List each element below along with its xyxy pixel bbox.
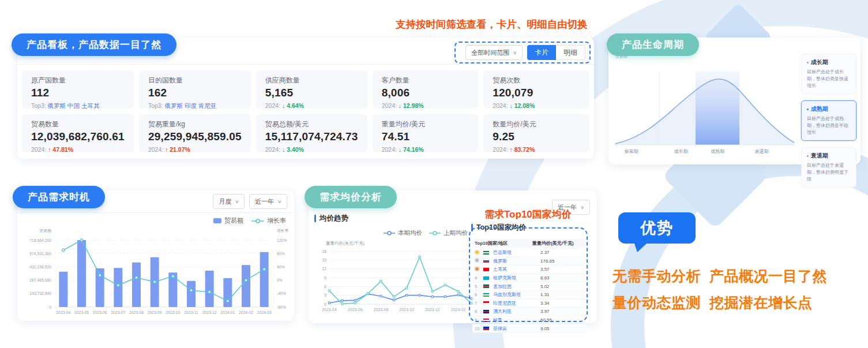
svg-text:2023-08: 2023-08 <box>129 310 144 315</box>
view-switch: 卡片 明细 <box>527 45 585 60</box>
lifecycle-stage-cards: 成长期 目标产品处于成长期，整体趋势呈快速增长成熟期 目标产品处于成熟期，整体趋… <box>801 54 856 188</box>
country-link[interactable]: 菲律宾 <box>493 325 532 332</box>
svg-text:增长率: 增长率 <box>276 229 289 233</box>
lifecycle-card-成长期[interactable]: 成长期 目标产品处于成长期，整体趋势呈快速增长 <box>801 54 856 94</box>
stat-value: 29,259,945,859.05 <box>148 130 242 143</box>
svg-text:718,664,200: 718,664,200 <box>29 238 51 242</box>
down-arrow-icon: ↓ 3.40% <box>282 146 304 153</box>
advantage-tag: 优势 <box>618 212 696 244</box>
top3-links[interactable]: 俄罗斯 中国 土耳其 <box>48 102 100 109</box>
stage-name: 成长期 <box>807 58 851 66</box>
country-link[interactable]: 印度尼西亚 <box>493 300 532 306</box>
top10-table-body: 巴基斯坦2.37俄罗斯176.65土耳其3.574哈萨克斯坦8.635孟加拉国5… <box>472 249 587 333</box>
svg-text:0: 0 <box>324 302 326 306</box>
stat-label: 贸易数量 <box>31 119 125 129</box>
svg-text:3: 3 <box>324 293 326 297</box>
time-range-select[interactable]: 全部时间范围 ∨ <box>465 45 523 60</box>
svg-text:18: 18 <box>322 249 326 253</box>
country-link[interactable]: 乌兹别克斯坦 <box>493 291 532 298</box>
legend-trade-amount[interactable]: 贸易额 <box>213 216 243 225</box>
phase-label: 探索期 <box>625 148 638 155</box>
stat-card: 供应商数量 5,1652024: ↓ 4.64% <box>256 70 367 108</box>
detail-view-button[interactable]: 明细 <box>556 45 585 60</box>
top3-links[interactable]: 俄罗斯 印度 肯尼亚 <box>165 102 217 109</box>
stat-card: 数量均价/美元 9.252024: ↑ 83.72% <box>483 114 589 152</box>
line-legend-icon <box>384 230 395 236</box>
svg-text:6: 6 <box>324 285 326 289</box>
legend-current-price[interactable]: 本期均价 <box>384 229 422 237</box>
card-view-button[interactable]: 卡片 <box>527 45 556 60</box>
svg-text:2024-02: 2024-02 <box>239 310 253 315</box>
stat-delta: 2024: ↓ 12.98% <box>382 102 469 109</box>
svg-text:2023-12: 2023-12 <box>425 308 440 312</box>
country-link[interactable]: 孟加拉国 <box>493 283 532 290</box>
svg-text:贸易额: 贸易额 <box>40 229 52 233</box>
range-select[interactable]: 近一年 ∨ <box>249 194 287 209</box>
down-arrow-icon: ↓ 12.08% <box>510 102 535 109</box>
rank-number: 8 <box>475 309 483 314</box>
svg-text:2024-03: 2024-03 <box>257 310 272 315</box>
svg-text:0: 0 <box>49 305 51 309</box>
advantage-text: 无需手动分析 产品概况一目了然 量价动态监测 挖掘潜在增长点 <box>613 269 827 322</box>
stat-label: 客户数量 <box>382 76 469 85</box>
maturity-highlight-band <box>696 71 739 145</box>
legend-previous-price[interactable]: 上期均价 <box>429 229 468 237</box>
svg-text:2023-11: 2023-11 <box>184 310 198 315</box>
rank-number: 5 <box>475 284 483 289</box>
trend-section-header: 均价趋势 <box>314 214 470 223</box>
stat-delta: 2024: ↑ 21.07% <box>148 146 242 153</box>
down-arrow-icon: ↓ 12.98% <box>399 102 424 109</box>
svg-text:120%: 120% <box>277 238 287 242</box>
country-link[interactable]: 土耳其 <box>493 266 532 272</box>
country-link[interactable]: 哈萨克斯坦 <box>493 275 532 281</box>
stat-delta: 2024: ↓ 3.40% <box>265 146 358 153</box>
svg-text:2023-05: 2023-05 <box>74 310 89 315</box>
avg-price-value: 8.63 <box>532 275 584 280</box>
svg-text:40%: 40% <box>277 265 285 269</box>
stat-value: 12,039,682,760.61 <box>31 130 125 143</box>
line-legend-icon <box>251 218 264 224</box>
stat-card: 原产国数量 112Top3: 俄罗斯 中国 土耳其 <box>22 70 134 108</box>
flag-icon <box>483 284 490 289</box>
lifecycle-card-衰退期[interactable]: 衰退期 目标产品处于衰退期，整体趋势明显下降 <box>801 147 856 188</box>
chevron-down-icon: ∨ <box>580 205 585 210</box>
dot-icon <box>807 155 809 157</box>
country-link[interactable]: 巴基斯坦 <box>493 249 532 256</box>
top10-row: 10菲律宾9.05 <box>472 324 587 333</box>
column-avg-price: 重量均价(美元/千克) <box>532 240 584 246</box>
stat-value: 120,079 <box>493 87 580 99</box>
avg-price-value: 3.97 <box>532 309 584 314</box>
price-y-axis-label: 重量均价(美元/千克) <box>326 241 470 246</box>
stat-value: 9.25 <box>493 130 580 143</box>
svg-text:-40%: -40% <box>277 291 286 295</box>
top10-row: 4哈萨克斯坦8.63 <box>472 274 587 283</box>
stage-name: 成熟期 <box>807 105 851 113</box>
country-link[interactable]: 秘鲁 <box>493 317 532 323</box>
lifecycle-title-pill: 产品生命周期 <box>607 33 699 56</box>
legend-growth-rate[interactable]: 增长率 <box>251 216 286 225</box>
stat-delta: 2024: ↑ 47.81% <box>31 146 125 153</box>
top10-row: 6乌兹别克斯坦1.31 <box>472 291 587 300</box>
svg-text:143,732,840: 143,732,840 <box>29 291 51 295</box>
medal-icon <box>475 250 483 256</box>
stat-card: 贸易数量 12,039,682,760.612024: ↑ 47.81% <box>22 114 134 152</box>
country-link[interactable]: 俄罗斯 <box>493 258 532 264</box>
phase-label: 成长期 <box>674 148 688 155</box>
flag-icon <box>483 259 490 263</box>
lifecycle-phase-labels: 探索期成长期成熟期衰退期 <box>613 148 796 155</box>
line-legend-icon <box>429 230 441 236</box>
stage-description: 目标产品处于成长期，整体趋势呈快速增长 <box>807 69 851 89</box>
period-select[interactable]: 月度 ∨ <box>213 194 245 209</box>
dot-icon <box>807 62 809 63</box>
stat-card: 贸易总额/美元 15,117,074,724.732024: ↓ 3.40% <box>256 114 367 152</box>
flag-icon <box>483 318 490 323</box>
up-arrow-icon: ↑ 21.07% <box>165 146 190 153</box>
price-trend-section: 均价趋势 本期均价 上期均价 重量均价(美 <box>314 214 470 321</box>
period-value: 月度 <box>219 197 231 206</box>
svg-text:-80%: -80% <box>277 305 286 309</box>
country-link[interactable]: 澳大利亚 <box>493 308 532 315</box>
product-lifecycle-panel: 贸易额 探索期成长期成熟期衰退期 成长期 目标产品处于成长期，整体趋势呈快速增长… <box>608 38 861 164</box>
top10-row: 土耳其3.57 <box>472 265 587 274</box>
lifecycle-card-成熟期[interactable]: 成熟期 目标产品处于成熟期，整体趋势呈平稳增长 <box>801 100 856 141</box>
stat-card-grid: 原产国数量 112Top3: 俄罗斯 中国 土耳其目的国数量 162Top3: … <box>17 65 594 152</box>
